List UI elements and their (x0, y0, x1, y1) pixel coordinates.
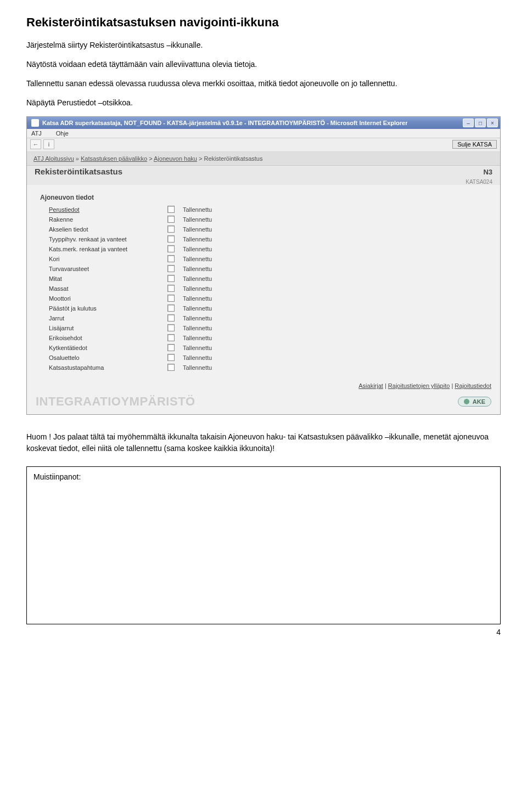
footer-row: INTEGRAATIOYMPÄRISTÖ AKE (27, 392, 500, 414)
window-controls: – □ × (463, 119, 498, 127)
row-label: Rakenne (49, 215, 164, 224)
section-heading: Ajoneuvon tiedot (35, 190, 492, 205)
breadcrumb-current: Rekisteröintikatsastus (204, 155, 262, 162)
notes-label: Muistiinpanot: (33, 472, 81, 481)
row-label: Kori (49, 254, 164, 264)
row-label: Katsastustapahtuma (49, 363, 164, 373)
page-header: Rekisteröintikatsastus N3 (27, 166, 500, 178)
page-number: 4 (26, 628, 501, 636)
saved-checkbox[interactable] (167, 344, 175, 351)
row-status: Tallennettu (183, 215, 232, 224)
toolbar: ← i Sulje KATSA (27, 138, 500, 152)
saved-checkbox[interactable] (167, 255, 175, 262)
breadcrumb-main[interactable]: Katsastuksen päävalikko (81, 155, 147, 162)
link-rajoitustiedot[interactable]: Rajoitustiedot (455, 382, 491, 389)
close-katsa-button[interactable]: Sulje KATSA (452, 140, 497, 149)
saved-checkbox[interactable] (167, 265, 175, 272)
row-status: Tallennettu (183, 294, 232, 303)
menu-ohje[interactable]: Ohje (56, 130, 69, 137)
row-label: Massat (49, 284, 164, 294)
notes-box: Muistiinpanot: (26, 466, 501, 624)
menu-atj[interactable]: ATJ (31, 130, 42, 137)
row-status: Tallennettu (183, 313, 232, 323)
row-label: Kytkentätiedot (49, 343, 164, 353)
row-label: Tyyppihyv. renkaat ja vanteet (49, 234, 164, 244)
saved-checkbox[interactable] (167, 364, 175, 371)
window-minimize-button[interactable]: – (463, 119, 474, 127)
saved-checkbox[interactable] (167, 245, 175, 252)
row-label: Jarrut (49, 313, 164, 323)
page-title: Rekisteröintikatsastus (35, 167, 122, 176)
breadcrumb-search[interactable]: Ajoneuvon haku (154, 155, 197, 162)
row-status: Tallennettu (183, 224, 232, 234)
link-asiakirjat[interactable]: Asiakirjat (358, 382, 383, 389)
content-area: Ajoneuvon tiedot PerustiedotTallennettuR… (27, 185, 500, 377)
row-label: Moottori (49, 294, 164, 303)
row-status: Tallennettu (183, 234, 232, 244)
doc-warning: Huom ! Jos palaat tältä tai myöhemmältä … (26, 431, 501, 454)
saved-checkbox[interactable] (167, 354, 175, 361)
row-label: Akselien tiedot (49, 224, 164, 234)
row-label: Turvavarusteet (49, 264, 164, 274)
saved-checkbox[interactable] (167, 304, 175, 312)
row-label: Lisäjarrut (49, 323, 164, 333)
row-label: Erikoisehdot (49, 333, 164, 343)
window-title-bar: Katsa ADR superkatsastaja, NOT_FOUND - K… (27, 117, 500, 129)
row-label: Päästöt ja kulutus (49, 303, 164, 313)
bottom-links: Asiakirjat | Rajoitustietojen ylläpito |… (27, 377, 500, 392)
environment-watermark: INTEGRAATIOYMPÄRISTÖ (36, 394, 195, 409)
saved-checkbox[interactable] (167, 295, 175, 302)
doc-para-3: Tallennettu sanan edessä olevassa ruudus… (26, 78, 501, 89)
row-label: Osaluettelo (49, 353, 164, 363)
row-status: Tallennettu (183, 323, 232, 333)
row-status: Tallennettu (183, 244, 232, 254)
link-rajoitus-yllapito[interactable]: Rajoitustietojen ylläpito (388, 382, 450, 389)
window-maximize-button[interactable]: □ (475, 119, 486, 127)
breadcrumb-home[interactable]: ATJ Aloitussivu (33, 155, 74, 162)
row-status: Tallennettu (183, 205, 232, 215)
vehicle-class: N3 (483, 168, 492, 176)
row-status: Tallennettu (183, 363, 232, 373)
saved-checkbox[interactable] (167, 324, 175, 331)
row-status: Tallennettu (183, 353, 232, 363)
row-status: Tallennettu (183, 274, 232, 284)
ie-app-icon (31, 119, 39, 127)
saved-checkbox[interactable] (167, 314, 175, 322)
row-label[interactable]: Perustiedot (49, 205, 164, 215)
saved-checkbox[interactable] (167, 216, 175, 223)
saved-checkbox[interactable] (167, 334, 175, 341)
doc-para-1: Järjestelmä siirtyy Rekisteröintikatsast… (26, 40, 501, 51)
nav-info-button[interactable]: i (43, 139, 54, 149)
row-status: Tallennettu (183, 333, 232, 343)
row-status: Tallennettu (183, 254, 232, 264)
doc-para-4: Näpäytä Perustiedot –otsikkoa. (26, 97, 501, 109)
menu-bar: ATJ Ohje (27, 129, 500, 138)
saved-checkbox[interactable] (167, 275, 175, 282)
window-title: Katsa ADR superkatsastaja, NOT_FOUND - K… (42, 120, 407, 126)
doc-title: Rekisteröintikatsastuksen navigointi-ikk… (26, 15, 501, 30)
window-close-button[interactable]: × (487, 119, 498, 127)
row-status: Tallennettu (183, 343, 232, 353)
page-code: KATSA024 (466, 179, 492, 185)
row-label: Mitat (49, 274, 164, 284)
row-status: Tallennettu (183, 264, 232, 274)
row-label: Kats.merk. renkaat ja vanteet (49, 244, 164, 254)
doc-para-2: Näytöstä voidaan edetä täyttämään vain a… (26, 59, 501, 70)
ake-logo-text: AKE (473, 398, 485, 405)
row-status: Tallennettu (183, 303, 232, 313)
saved-checkbox[interactable] (167, 235, 175, 243)
saved-checkbox[interactable] (167, 225, 175, 233)
ake-logo-icon (464, 399, 469, 404)
row-status: Tallennettu (183, 284, 232, 294)
app-window: Katsa ADR superkatsastaja, NOT_FOUND - K… (26, 116, 501, 415)
saved-checkbox[interactable] (167, 206, 175, 213)
ake-logo: AKE (458, 397, 491, 407)
vehicle-info-table: PerustiedotTallennettuRakenneTallennettu… (35, 205, 492, 376)
breadcrumb-row: ATJ Aloitussivu » Katsastuksen päävalikk… (27, 152, 500, 166)
nav-back-button[interactable]: ← (30, 139, 41, 149)
saved-checkbox[interactable] (167, 285, 175, 292)
breadcrumb: ATJ Aloitussivu » Katsastuksen päävalikk… (33, 155, 262, 162)
